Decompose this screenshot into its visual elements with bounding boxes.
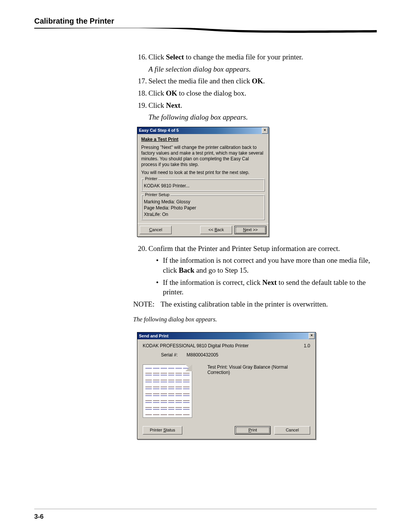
note-label: NOTE: [133,299,161,309]
group-legend: Printer [144,176,158,182]
group-legend: Printer Setup [144,192,170,198]
bullet-icon: • [156,278,163,297]
setup-line: Page Media: Photo Paper [144,205,262,211]
page-number: 3-6 [34,513,44,521]
dialog-lead-in: The following dialog box appears. [133,316,377,323]
cancel-button[interactable]: Cancel [274,426,310,435]
serial-row: Serial #: M88000432005 [161,352,310,358]
next-button[interactable]: Next >> [234,226,266,234]
step-text: Click Select to change the media file fo… [148,52,377,62]
step-16: 16. Click Select to change the media fil… [133,52,377,62]
printer-value: KODAK 9810 Printer... [144,183,262,189]
printer-status-button[interactable]: Printer Status [143,426,182,435]
dialog-paragraph: Pressing "Next" will change the printer … [141,145,265,168]
test-print-preview [143,364,192,418]
step-20: 20. Confirm that the Printer and Printer… [133,244,377,254]
printer-name: KODAK PROFESSIONAL 9810 Digital Photo Pr… [143,343,249,348]
serial-value: M88000432005 [186,352,218,358]
cancel-button[interactable]: Cancel [140,226,172,234]
step-17: 17. Select the media file and then click… [133,76,377,86]
version-label: 1.0 [304,343,310,348]
dialog-title: Easy Cal Step 4 of 5 [139,128,179,133]
step-result: A file selection dialog box appears. [148,64,377,74]
dialog-titlebar[interactable]: Send and Print × [137,332,315,339]
note: NOTE: The existing calibration table in … [133,299,377,309]
dog-ear-icon [185,364,192,371]
section-heading: Calibrating the Printer [34,17,377,26]
back-button[interactable]: << Back [200,226,232,234]
bullet-item: • If the information is correct, click N… [156,278,377,297]
send-and-print-dialog: Send and Print × KODAK PROFESSIONAL 9810… [137,332,316,439]
step-19: 19. Click Next. [133,101,377,110]
step-result: The following dialog box appears. [148,112,377,122]
step-list: 16. Click Select to change the media fil… [133,52,377,62]
setup-line: XtraLife: On [144,211,262,217]
swatch-grid [145,368,190,415]
bullet-item: • If the information is not correct and … [156,256,377,275]
dialog-paragraph: You will need to look at the test print … [141,170,265,176]
print-button[interactable]: Print [235,426,271,435]
easy-cal-dialog: Easy Cal Step 4 of 5 × Make a Test Print… [137,127,269,237]
note-text: The existing calibration table in the pr… [161,299,328,309]
bullet-icon: • [156,256,163,275]
dialog-button-row: Cancel << Back Next >> [137,223,269,236]
dialog-heading: Make a Test Print [141,136,265,142]
close-icon[interactable]: × [309,333,315,339]
footer-rule [34,509,377,509]
step-18: 18. Click OK to close the dialog box. [133,88,377,98]
test-print-label: Test Print: Visual Gray Balance (Normal … [207,364,295,375]
serial-label: Serial #: [161,352,185,358]
dialog-titlebar[interactable]: Easy Cal Step 4 of 5 × [137,127,269,134]
document-page: Calibrating the Printer 16. Click Select… [0,0,411,532]
body-column: 16. Click Select to change the media fil… [133,52,377,309]
printer-groupbox: Printer KODAK 9810 Printer... [141,179,265,192]
printer-setup-groupbox: Printer Setup Marking Media: Glossy Page… [141,195,265,220]
setup-line: Marking Media: Glossy [144,199,262,205]
heading-rule [34,28,377,33]
close-icon[interactable]: × [262,128,268,134]
dialog-title: Send and Print [139,334,169,338]
bullet-list: • If the information is not correct and … [156,256,377,297]
dialog-button-row: Printer Status Print Cancel [143,426,310,435]
step-number: 16. [133,52,148,62]
